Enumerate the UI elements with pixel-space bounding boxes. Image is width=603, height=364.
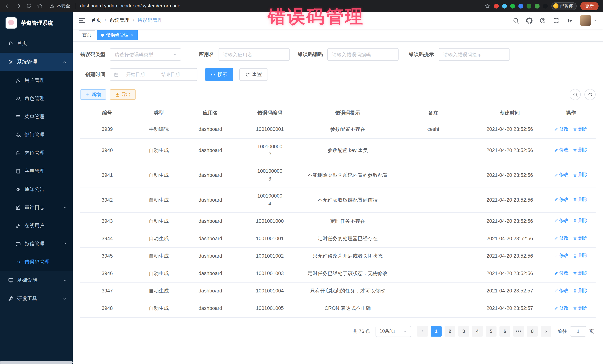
breadcrumb-item[interactable]: 系统管理 bbox=[109, 17, 129, 24]
extension-icon[interactable] bbox=[510, 3, 515, 8]
edit-button[interactable]: 修改 bbox=[554, 196, 569, 203]
edit-button[interactable]: 修改 bbox=[554, 171, 569, 179]
reload-icon[interactable] bbox=[26, 3, 32, 9]
sidebar-item-dev-tools[interactable]: 研发工具 bbox=[0, 289, 73, 308]
forward-icon[interactable] bbox=[15, 3, 21, 9]
page-button-4[interactable]: 4 bbox=[472, 326, 483, 337]
page-button-8[interactable]: 8 bbox=[527, 326, 538, 337]
delete-button[interactable]: 删除 bbox=[573, 287, 588, 294]
cell-remark bbox=[393, 163, 473, 188]
sidebar-item-post[interactable]: 岗位管理 bbox=[0, 144, 73, 162]
view-tab[interactable]: 首页 bbox=[79, 30, 95, 40]
end-date-input[interactable] bbox=[155, 69, 186, 80]
sidebar-item-dict[interactable]: 字典管理 bbox=[0, 162, 73, 180]
sidebar-item-menu-list[interactable]: 菜单管理 bbox=[0, 108, 73, 126]
sidebar-item-org-tree[interactable]: 部门管理 bbox=[0, 126, 73, 144]
page-button-6[interactable]: 6 bbox=[499, 326, 510, 337]
cell-operations: 修改删除 bbox=[546, 213, 596, 230]
edit-button[interactable]: 修改 bbox=[554, 287, 569, 294]
hamburger-icon[interactable] bbox=[79, 17, 85, 24]
date-range-picker[interactable]: - bbox=[110, 68, 197, 81]
edit-button[interactable]: 修改 bbox=[554, 147, 569, 154]
toggle-search-button[interactable] bbox=[570, 89, 581, 100]
view-tab[interactable]: 错误码管理 bbox=[97, 30, 138, 40]
user-menu[interactable] bbox=[580, 15, 597, 26]
sidebar-item-user[interactable]: 用户管理 bbox=[0, 71, 73, 89]
sidebar-item-sms[interactable]: 短信管理 bbox=[0, 235, 73, 253]
edit-button[interactable]: 修改 bbox=[554, 235, 569, 242]
next-page-button[interactable] bbox=[541, 326, 551, 337]
breadcrumb-item[interactable]: 首页 bbox=[91, 17, 101, 24]
sidebar-item-users[interactable]: 角色管理 bbox=[0, 89, 73, 108]
extension-icon[interactable] bbox=[518, 3, 523, 8]
app-name-field[interactable] bbox=[218, 48, 290, 61]
page-button-1[interactable]: 1 bbox=[431, 326, 441, 337]
delete-button[interactable]: 删除 bbox=[573, 147, 588, 154]
reset-button[interactable]: 重置 bbox=[239, 68, 268, 81]
page-button-5[interactable]: 5 bbox=[486, 326, 497, 337]
more-pages-button[interactable]: ••• bbox=[513, 326, 524, 337]
sidebar-item-error-code[interactable]: 错误码管理 bbox=[0, 253, 73, 271]
delete-button[interactable]: 删除 bbox=[573, 171, 588, 179]
extension-icon[interactable] bbox=[534, 3, 539, 8]
export-button[interactable]: 导出 bbox=[110, 89, 136, 100]
filter-row-1: 错误码类型 应用名 错误码编码 bbox=[80, 48, 596, 61]
page-button-2[interactable]: 2 bbox=[445, 326, 455, 337]
app-name-input[interactable] bbox=[219, 49, 289, 60]
back-icon[interactable] bbox=[4, 3, 10, 9]
delete-button[interactable]: 删除 bbox=[573, 270, 588, 277]
delete-button[interactable]: 删除 bbox=[573, 125, 588, 133]
goto-page-input[interactable] bbox=[570, 326, 586, 337]
sidebar-item-gear[interactable]: 系统管理 bbox=[0, 53, 73, 71]
github-icon[interactable] bbox=[526, 17, 533, 23]
address-bar[interactable]: dashboard.yudao.iocoder.cn/system/error-… bbox=[80, 3, 180, 9]
delete-button[interactable]: 删除 bbox=[573, 217, 588, 224]
edit-button[interactable]: 修改 bbox=[554, 252, 569, 259]
error-code-input[interactable] bbox=[328, 49, 398, 60]
extension-icon[interactable] bbox=[543, 3, 547, 8]
prev-page-button[interactable] bbox=[417, 326, 428, 337]
sidebar-item-online-user[interactable]: 在线用户 bbox=[0, 217, 73, 235]
sidebar-item-announcement[interactable]: 通知公告 bbox=[0, 180, 73, 198]
sidebar-item-audit-log[interactable]: 审计日志 bbox=[0, 198, 73, 217]
browser-home-icon[interactable] bbox=[37, 3, 43, 9]
error-hint-field[interactable] bbox=[439, 48, 510, 61]
avatar[interactable] bbox=[580, 15, 591, 26]
edit-button[interactable]: 修改 bbox=[554, 125, 569, 133]
add-button[interactable]: 新增 bbox=[80, 89, 106, 100]
cell-operations: 修改删除 bbox=[546, 121, 596, 138]
font-size-icon[interactable] bbox=[566, 17, 573, 23]
app-logo[interactable]: 芋道管理系统 bbox=[0, 12, 73, 34]
refresh-table-button[interactable] bbox=[584, 89, 596, 100]
paused-badge[interactable]: 已暂停 bbox=[551, 2, 577, 10]
delete-button[interactable]: 删除 bbox=[573, 196, 588, 203]
error-code-field[interactable] bbox=[327, 48, 399, 61]
delete-button[interactable]: 删除 bbox=[573, 252, 588, 259]
close-icon[interactable] bbox=[131, 33, 134, 37]
page-size-select[interactable]: 10条/页 bbox=[376, 326, 411, 337]
error-type-select-input[interactable] bbox=[110, 49, 181, 60]
page-button-3[interactable]: 3 bbox=[458, 326, 469, 337]
delete-button[interactable]: 删除 bbox=[573, 235, 588, 242]
sidebar-item-infrastructure[interactable]: 基础设施 bbox=[0, 271, 73, 289]
sidebar-item-home[interactable]: 首页 bbox=[0, 34, 73, 53]
error-type-select[interactable] bbox=[110, 48, 181, 61]
extension-icon[interactable] bbox=[494, 3, 499, 8]
cell-id: 3942 bbox=[80, 188, 134, 213]
extension-icon[interactable] bbox=[502, 3, 507, 8]
edit-button[interactable]: 修改 bbox=[554, 217, 569, 224]
question-icon[interactable] bbox=[540, 17, 546, 23]
fullscreen-icon[interactable] bbox=[553, 17, 559, 23]
bookmark-star-icon[interactable] bbox=[484, 3, 490, 9]
edit-button[interactable]: 修改 bbox=[554, 270, 569, 277]
search-icon[interactable] bbox=[513, 17, 519, 23]
error-hint-input[interactable] bbox=[439, 49, 509, 60]
edit-button[interactable]: 修改 bbox=[554, 305, 569, 312]
start-date-input[interactable] bbox=[120, 69, 151, 80]
site-security-chip[interactable]: 不安全 bbox=[50, 3, 70, 9]
sidebar-scrollbar[interactable] bbox=[0, 361, 73, 364]
search-button[interactable]: 搜索 bbox=[205, 68, 233, 81]
delete-button[interactable]: 删除 bbox=[573, 305, 588, 312]
update-button[interactable]: 更新 bbox=[580, 2, 599, 10]
extension-icon[interactable] bbox=[526, 3, 531, 8]
